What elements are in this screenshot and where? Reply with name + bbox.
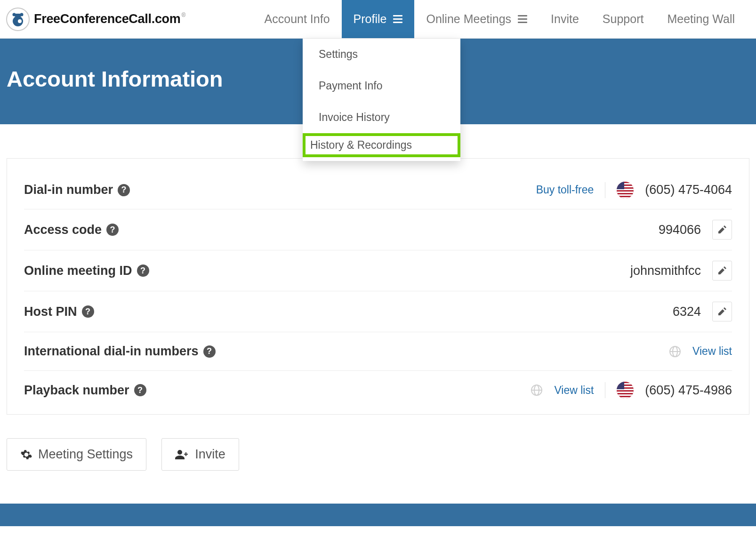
user-plus-icon xyxy=(175,449,189,461)
nav-support[interactable]: Support xyxy=(591,0,656,38)
svg-rect-14 xyxy=(617,182,624,189)
label-text: Host PIN xyxy=(24,305,77,319)
help-icon[interactable]: ? xyxy=(118,184,130,196)
footer-bar xyxy=(0,504,756,526)
nav-label: Invite xyxy=(551,12,579,26)
row-international: International dial-in numbers ? View lis… xyxy=(24,332,732,371)
nav-account-info[interactable]: Account Info xyxy=(253,0,342,38)
pencil-icon xyxy=(717,266,727,275)
page-title: Account Information xyxy=(7,66,223,92)
svg-rect-29 xyxy=(617,382,624,389)
brand[interactable]: FreeConferenceCall.com® xyxy=(6,7,185,32)
topbar: FreeConferenceCall.com® Account Info Pro… xyxy=(0,0,756,39)
dropdown-settings[interactable]: Settings xyxy=(303,39,460,70)
label-text: Online meeting ID xyxy=(24,264,132,278)
view-list-link[interactable]: View list xyxy=(554,384,594,397)
label-text: Playback number xyxy=(24,383,129,398)
gear-icon xyxy=(20,449,32,461)
label-text: International dial-in numbers xyxy=(24,344,199,359)
nav-online-meetings[interactable]: Online Meetings xyxy=(414,0,539,38)
separator xyxy=(605,382,605,398)
nav-label: Online Meetings xyxy=(426,12,511,26)
edit-button[interactable] xyxy=(712,220,732,240)
invite-button[interactable]: Invite xyxy=(161,438,239,471)
row-label: Access code ? xyxy=(24,223,119,237)
edit-button[interactable] xyxy=(712,261,732,281)
nav-label: Account Info xyxy=(265,12,330,26)
row-dial-in: Dial-in number ? Buy toll-free xyxy=(24,171,732,209)
button-label: Invite xyxy=(195,447,225,462)
dropdown-history-recordings[interactable]: History & Recordings xyxy=(310,139,453,152)
bottom-buttons: Meeting Settings Invite xyxy=(0,415,756,504)
svg-point-5 xyxy=(20,13,24,16)
edit-button[interactable] xyxy=(712,302,732,321)
nav-label: Support xyxy=(603,12,644,26)
buy-toll-free-link[interactable]: Buy toll-free xyxy=(536,184,594,196)
row-meeting-id: Online meeting ID ? johnsmithfcc xyxy=(24,250,732,291)
globe-icon xyxy=(669,345,681,358)
meeting-id-value: johnsmithfcc xyxy=(630,264,701,278)
nav-invite[interactable]: Invite xyxy=(539,0,591,38)
host-pin-value: 6324 xyxy=(673,305,701,319)
svg-point-4 xyxy=(13,13,16,16)
svg-rect-13 xyxy=(617,197,634,199)
row-playback: Playback number ? View list xyxy=(24,371,732,409)
menu-icon xyxy=(393,15,402,23)
dropdown-payment-info[interactable]: Payment Info xyxy=(303,70,460,102)
globe-icon xyxy=(531,384,543,396)
us-flag-icon xyxy=(617,382,634,399)
nav-label: Profile xyxy=(354,12,387,26)
dial-in-value: (605) 475-4064 xyxy=(645,183,732,197)
brand-logo-icon xyxy=(6,7,30,32)
svg-rect-27 xyxy=(617,394,634,396)
nav-meeting-wall[interactable]: Meeting Wall xyxy=(655,0,747,38)
row-label: Host PIN ? xyxy=(24,305,94,319)
row-label: Dial-in number ? xyxy=(24,183,130,197)
svg-rect-28 xyxy=(617,397,634,399)
meeting-settings-button[interactable]: Meeting Settings xyxy=(7,438,146,471)
label-text: Dial-in number xyxy=(24,183,113,197)
svg-point-2 xyxy=(18,19,22,23)
dropdown-invoice-history[interactable]: Invoice History xyxy=(303,102,460,133)
svg-rect-26 xyxy=(617,392,634,393)
row-label: International dial-in numbers ? xyxy=(24,344,216,359)
pencil-icon xyxy=(717,225,727,234)
main-nav: Account Info Profile Online Meetings Inv… xyxy=(253,0,747,38)
nav-profile[interactable]: Profile xyxy=(342,0,415,38)
row-host-pin: Host PIN ? 6324 xyxy=(24,291,732,332)
help-icon[interactable]: ? xyxy=(134,384,146,396)
nav-label: Meeting Wall xyxy=(667,12,735,26)
menu-icon xyxy=(518,15,527,23)
brand-text: FreeConferenceCall.com® xyxy=(34,12,185,26)
svg-rect-11 xyxy=(617,192,634,193)
label-text: Access code xyxy=(24,223,102,237)
help-icon[interactable]: ? xyxy=(137,264,149,277)
us-flag-icon xyxy=(617,182,634,199)
pencil-icon xyxy=(717,307,727,316)
row-access-code: Access code ? 994066 xyxy=(24,209,732,250)
playback-value: (605) 475-4986 xyxy=(645,383,732,398)
profile-dropdown: Settings Payment Info Invoice History Hi… xyxy=(303,39,460,161)
row-label: Playback number ? xyxy=(24,383,146,398)
access-code-value: 994066 xyxy=(659,223,701,237)
separator xyxy=(605,182,605,198)
help-icon[interactable]: ? xyxy=(82,305,94,318)
button-label: Meeting Settings xyxy=(38,447,133,462)
help-icon[interactable]: ? xyxy=(203,345,216,358)
account-card: Dial-in number ? Buy toll-free xyxy=(7,158,749,415)
svg-rect-12 xyxy=(617,194,634,196)
row-label: Online meeting ID ? xyxy=(24,264,149,278)
view-list-link[interactable]: View list xyxy=(692,345,732,358)
dropdown-history-recordings-highlight: History & Recordings xyxy=(303,133,460,157)
help-icon[interactable]: ? xyxy=(106,224,119,236)
